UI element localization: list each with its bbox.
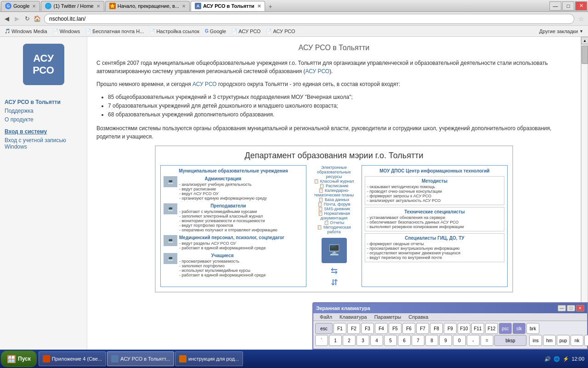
diagram-body: Муниципальные образовательные учреждения… <box>160 165 508 287</box>
keyboard-minimize[interactable]: — <box>558 305 566 311</box>
bookmark-star[interactable]: ☆ <box>576 14 586 24</box>
sidebar-link-about[interactable]: О продукте <box>5 116 82 123</box>
reload-button[interactable]: ↻ <box>22 14 32 24</box>
kbd-menu-keyboard[interactable]: Клавиатура <box>336 314 371 320</box>
scroll-up-button[interactable]: ▲ <box>581 37 588 44</box>
bookmark-free-mail[interactable]: 📄 Бесплатная почта Н... <box>83 27 147 36</box>
taskbar-item-3-label: инструкция для род... <box>188 356 239 362</box>
key-8[interactable]: 8 <box>425 335 438 346</box>
key-slk[interactable]: slk <box>513 323 526 334</box>
key-0[interactable]: 0 <box>453 335 466 346</box>
tab-twitter[interactable]: 🐦 (1) Twitter / Home ✕ <box>41 1 104 11</box>
key-f9[interactable]: F9 <box>444 323 457 334</box>
tab-nacho-close[interactable]: ✕ <box>182 4 186 9</box>
taskbar-item-1[interactable]: Приложение 4 (Све... <box>39 351 106 366</box>
key-psc[interactable]: psc <box>499 323 512 334</box>
start-button[interactable]: 🪟 Пуск <box>1 351 37 367</box>
other-bookmarks[interactable]: Другие закладки ▼ <box>537 27 586 36</box>
kbd-menu-help[interactable]: Справка <box>405 314 432 320</box>
address-bar[interactable]: nschool.itc.lan/ <box>44 14 574 24</box>
tab-google[interactable]: G Google ✕ <box>1 1 40 11</box>
key-f3[interactable]: F3 <box>361 323 374 334</box>
tab-asu-close[interactable]: ✕ <box>257 4 261 9</box>
bullet-1: 85 общеобразовательных учреждений и 3 ст… <box>108 93 571 102</box>
asu-link-2[interactable]: АСУ РСО <box>192 81 217 87</box>
tab-nacho[interactable]: ⭐ Начало, прекращение, в... ✕ <box>105 1 190 11</box>
methodists-title: Методисты <box>367 178 502 184</box>
bookmark-windows-media[interactable]: 🎵 Windows Media <box>2 27 50 36</box>
tab-twitter-label: (1) Twitter / Home <box>53 3 93 9</box>
forward-button[interactable]: ▶ <box>12 14 22 24</box>
bookmark-settings[interactable]: 📄 Настройка ссылок <box>147 27 202 36</box>
key-slash[interactable]: / <box>584 335 588 346</box>
tab-asu[interactable]: A АСУ РСО в Тольятти ✕ <box>191 1 265 11</box>
bookmark-windows[interactable]: 📄 Windows <box>50 27 83 36</box>
chevron-down-icon: ▼ <box>579 29 583 34</box>
key-f10[interactable]: F10 <box>458 323 470 334</box>
key-7[interactable]: 7 <box>412 335 424 346</box>
key-pup[interactable]: pup <box>557 335 570 346</box>
key-1[interactable]: 1 <box>329 335 342 346</box>
key-5[interactable]: 5 <box>384 335 397 346</box>
kbd-menu-params[interactable]: Параметры <box>371 314 405 320</box>
key-nk[interactable]: nk <box>571 335 583 346</box>
taskbar-items: Приложение 4 (Све... АСУ РСО в Тольятт..… <box>39 351 542 366</box>
key-esc[interactable]: esc <box>315 323 333 334</box>
tab-google-close[interactable]: ✕ <box>32 4 36 9</box>
keyboard-maximize[interactable]: □ <box>567 305 575 311</box>
back-button[interactable]: ◀ <box>2 14 12 24</box>
sidebar-login-title[interactable]: Вход в систему <box>5 128 82 135</box>
other-bookmarks-label: Другие закладки <box>539 29 578 34</box>
key-f2[interactable]: F2 <box>347 323 360 334</box>
key-3[interactable]: 3 <box>356 335 369 346</box>
key-f8[interactable]: F8 <box>430 323 443 334</box>
google-icon: G <box>205 29 209 34</box>
page-title: АСУ РСО в Тольятти <box>96 44 571 52</box>
key-9[interactable]: 9 <box>439 335 452 346</box>
home-button[interactable]: 🏠 <box>32 14 42 24</box>
maximize-button[interactable]: □ <box>562 1 574 11</box>
asu1-icon: 📄 <box>232 29 237 34</box>
sidebar-link-support[interactable]: Поддержка <box>5 108 82 114</box>
key-bksp[interactable]: bksp <box>494 335 526 346</box>
key-backtick[interactable]: ` <box>315 335 328 346</box>
minimize-button[interactable]: — <box>549 1 561 11</box>
arrows-down-icon: ⇆ <box>329 278 339 285</box>
key-2[interactable]: 2 <box>343 335 356 346</box>
sidebar-link-asu-tol[interactable]: АСУ РСО в Тольятти <box>5 99 82 105</box>
close-button[interactable]: ✕ <box>575 1 587 11</box>
key-f11[interactable]: F11 <box>471 323 484 334</box>
bookmark-asu2[interactable]: 📄 АСУ РСО <box>263 27 298 36</box>
key-6[interactable]: 6 <box>398 335 411 346</box>
admin-title: Администрация <box>179 176 267 181</box>
keyboard-close[interactable]: ✕ <box>576 305 584 311</box>
scroll-track[interactable] <box>581 44 588 342</box>
tray-icon-power: ⚡ <box>562 355 570 362</box>
student-title: Учащиеся <box>179 253 266 258</box>
key-f12[interactable]: F12 <box>485 323 498 334</box>
key-f1[interactable]: F1 <box>334 323 346 334</box>
sidebar-windows-login[interactable]: Вход с учетной записью Windows <box>5 137 82 150</box>
key-f7[interactable]: F7 <box>416 323 429 334</box>
on-screen-keyboard: Экранная клавиатура — □ ✕ Файл Клавиатур… <box>312 302 588 350</box>
key-minus[interactable]: - <box>467 335 480 346</box>
taskbar-item-2[interactable]: АСУ РСО в Тольятт... <box>107 351 174 366</box>
key-f6[interactable]: F6 <box>402 323 415 334</box>
new-tab-button[interactable]: + <box>266 2 275 11</box>
settings-icon: 📄 <box>149 29 155 34</box>
key-f5[interactable]: F5 <box>389 323 401 334</box>
asu-link-1[interactable]: АСУ РСО <box>305 68 330 75</box>
bookmark-google[interactable]: G Google <box>202 27 229 36</box>
taskbar-item-3[interactable]: инструкция для род... <box>175 351 243 366</box>
key-f4[interactable]: F4 <box>375 323 388 334</box>
key-ins[interactable]: ins <box>529 335 542 346</box>
bookmark-asu1[interactable]: 📄 АСУ РСО <box>229 27 263 36</box>
key-equals[interactable]: = <box>481 335 493 346</box>
scroll-thumb[interactable] <box>582 46 588 64</box>
kbd-menu-file[interactable]: Файл <box>316 314 336 320</box>
key-4[interactable]: 4 <box>370 335 383 346</box>
key-brk[interactable]: brk <box>526 323 539 334</box>
teacher-text: - работают с мультимедийными курсами- за… <box>179 209 277 232</box>
key-hm[interactable]: hm <box>543 335 556 346</box>
tab-twitter-close[interactable]: ✕ <box>96 4 100 9</box>
